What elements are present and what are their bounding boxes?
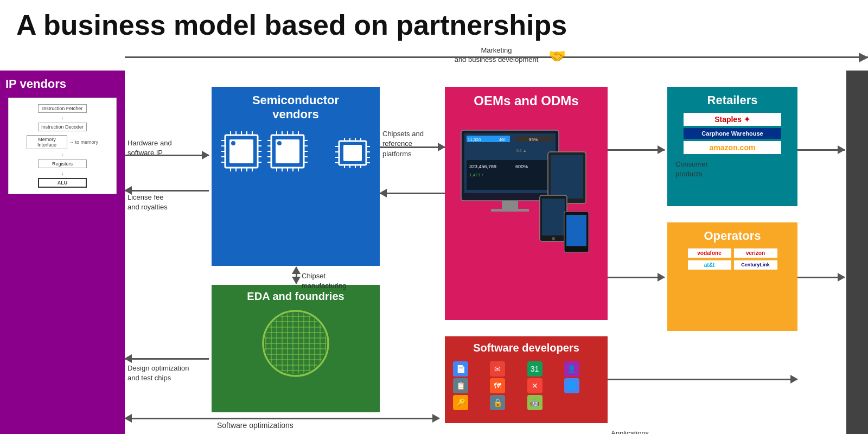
oem-to-semi-arrow — [380, 193, 445, 194]
semi-vendors-box: Semiconductor vendors — [212, 87, 380, 266]
app-icons-grid: 📄 ✉ 31 👤 📋 🗺 ✕ 🌐 🔑 🔒 🤖 — [445, 357, 608, 414]
retailers-title: Retailers — [667, 87, 797, 110]
software-to-consumers-arrow — [608, 379, 797, 380]
app-icon-drive: 📄 — [453, 361, 468, 376]
top-arrow-container: Marketing and business development 🤝 — [125, 43, 868, 71]
operators-box: Operators vodafone verizon at&t CenturyL… — [667, 222, 797, 331]
consumers-panel: Consumers — [846, 71, 868, 434]
svg-text:1,423 ↑: 1,423 ↑ — [469, 173, 483, 177]
app-icon-security: 🔒 — [490, 395, 505, 410]
cpu-alu: ALU — [38, 178, 87, 188]
hardware-ip-label: Hardware and software IP — [127, 138, 172, 158]
design-opt-arrow — [125, 358, 209, 360]
app-icon-key: 🔑 — [453, 395, 468, 410]
svg-rect-111 — [566, 215, 586, 246]
oem-title: OEMs and ODMs — [445, 87, 608, 111]
app-icon-contacts: 👤 — [564, 361, 579, 376]
vodafone-logo: vodafone — [688, 248, 731, 258]
svg-rect-105 — [551, 155, 583, 199]
app-icon-docs: 📋 — [453, 378, 468, 393]
cpu-instruction-decoder: Instruction Decoder — [38, 123, 87, 131]
chip-icon-2 — [266, 130, 309, 173]
chip-icons-area — [212, 124, 380, 178]
svg-text:95%: 95% — [529, 137, 538, 142]
software-title: Software developers — [445, 336, 608, 357]
app-icon-chrome: 🌐 — [564, 378, 579, 393]
svg-rect-93 — [491, 209, 529, 212]
software-optimizations-label: Software optimizations — [217, 420, 293, 431]
consumers-title: Consumers — [862, 71, 868, 101]
svg-text:11,520: 11,520 — [468, 137, 481, 142]
svg-rect-47 — [343, 145, 362, 161]
wafer-icon — [212, 308, 380, 379]
svg-text:600%: 600% — [515, 164, 528, 169]
retailer-logos: Staples ✦ Carphone Warehouse amazon.com — [667, 110, 797, 157]
chipset-manufacturing-arrow — [296, 267, 297, 284]
chip-icon-3 — [334, 137, 372, 169]
svg-point-109 — [552, 237, 555, 240]
amazon-logo: amazon.com — [684, 141, 781, 154]
semi-vendors-title: Semiconductor vendors — [212, 87, 380, 124]
license-fee-label: License fee and royalties — [127, 193, 168, 212]
cpu-memory-interface: Memory Interface — [27, 135, 67, 149]
operator-logos: vodafone verizon at&t CenturyLink — [667, 246, 797, 272]
cpu-diagram: Instruction Fetcher ↓ Instruction Decode… — [8, 98, 117, 194]
main-container: Marketing and business development 🤝 IP … — [0, 43, 868, 434]
svg-rect-92 — [502, 201, 518, 209]
page-title: A business model based on partnerships — [0, 0, 868, 43]
eda-foundries-box: EDA and foundries — [212, 285, 380, 412]
ip-vendors-panel: IP vendors Instruction Fetcher ↓ Instruc… — [0, 71, 125, 434]
oem-image-area: 11,520 460 95% 6.2 ▲ 323,456,789 1,423 ↑… — [445, 111, 608, 274]
marketing-label: Marketing and business development — [455, 46, 539, 65]
chipset-manufacturing-label: Chipset manufacturing — [302, 271, 346, 291]
software-developers-box: Software developers 📄 ✉ 31 👤 📋 🗺 ✕ 🌐 🔑 🔒… — [445, 336, 608, 423]
oem-to-operators-arrow — [608, 277, 665, 278]
svg-point-45 — [277, 141, 282, 145]
carphone-logo: Carphone Warehouse — [684, 128, 781, 139]
operators-to-consumers-arrow — [797, 277, 845, 278]
verizon-logo: verizon — [734, 248, 777, 258]
chipsets-reference-label: Chipsets and reference platforms — [382, 129, 424, 159]
handshake-icon: 🤝 — [548, 48, 566, 65]
retailers-box: Retailers Staples ✦ Carphone Warehouse a… — [667, 87, 797, 206]
oem-box: OEMs and ODMs 11,520 460 95% 6.2 ▲ — [445, 87, 608, 320]
svg-text:460: 460 — [499, 138, 506, 142]
consumer-products-label: Consumer products — [670, 159, 800, 179]
svg-point-22 — [231, 141, 235, 145]
design-opt-label: Design optimization and test chips — [127, 363, 189, 383]
eda-title: EDA and foundries — [212, 285, 380, 305]
middle-content: Hardware and software IP License fee and… — [125, 71, 868, 434]
app-icon-map: 🗺 — [490, 378, 505, 393]
svg-text:6.2 ▲: 6.2 ▲ — [516, 149, 527, 152]
svg-rect-108 — [542, 199, 565, 235]
operators-title: Operators — [667, 222, 797, 246]
retailers-to-consumers-arrow — [797, 149, 845, 151]
app-icon-android: 🤖 — [527, 395, 542, 410]
applications-os-label: Applications, operating systems — [611, 429, 668, 434]
svg-text:323,456,789: 323,456,789 — [469, 164, 496, 169]
license-fee-arrow — [125, 190, 209, 192]
app-icon-gmail: ✉ — [490, 361, 505, 376]
chip-icon-1 — [220, 130, 263, 173]
ip-eda-bottom-arrow — [125, 418, 439, 419]
oem-to-retailers-arrow — [608, 149, 665, 151]
app-icon-share: ✕ — [527, 378, 542, 393]
att-logo: at&t — [688, 260, 731, 270]
app-icon-calendar: 31 — [527, 361, 542, 376]
cpu-registers: Registers — [38, 159, 87, 168]
cpu-instruction-fetcher: Instruction Fetcher — [38, 104, 87, 113]
ip-vendors-title: IP vendors — [0, 71, 125, 98]
staples-logo: Staples ✦ — [684, 113, 781, 126]
centurylink-logo: CenturyLink — [734, 260, 777, 270]
